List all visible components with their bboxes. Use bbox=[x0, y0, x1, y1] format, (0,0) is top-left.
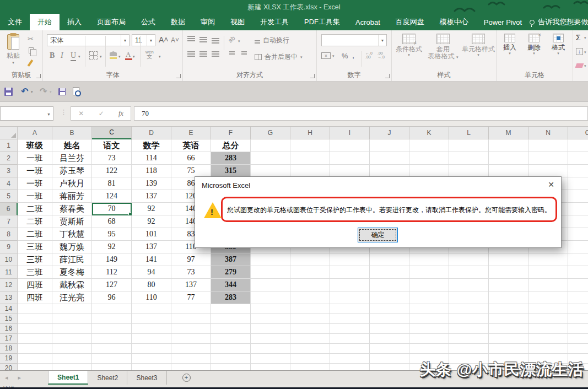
grid-cell-O17[interactable] bbox=[568, 334, 588, 344]
grid-cell-G2[interactable] bbox=[251, 152, 290, 165]
grid-cell-D18[interactable] bbox=[132, 344, 171, 354]
formula-bar-grip[interactable]: ⋮ bbox=[61, 109, 67, 116]
grid-cell-A19[interactable] bbox=[18, 354, 52, 364]
grid-cell-H14[interactable] bbox=[290, 304, 330, 314]
grid-cell-A7[interactable]: 二班 bbox=[18, 215, 52, 228]
grid-cell-L15[interactable] bbox=[449, 314, 489, 324]
grid-cell-E1[interactable]: 英语 bbox=[171, 139, 211, 152]
grid-cell-B11[interactable]: 夏冬梅 bbox=[52, 266, 92, 279]
grid-cell-M1[interactable] bbox=[489, 139, 528, 152]
name-box[interactable]: ▼ bbox=[0, 106, 53, 121]
grid-cell-C4[interactable]: 81 bbox=[92, 177, 132, 190]
sheet-nav-left-icon[interactable]: ◂ bbox=[0, 371, 13, 385]
grid-cell-C2[interactable]: 73 bbox=[92, 152, 132, 165]
grid-cell-C9[interactable]: 92 bbox=[92, 241, 132, 253]
column-header-J[interactable]: J bbox=[370, 127, 409, 139]
grid-cell-G14[interactable] bbox=[251, 304, 290, 314]
ribbon-tab-1[interactable]: 开始 bbox=[30, 14, 60, 30]
grid-cell-I14[interactable] bbox=[330, 304, 370, 314]
grid-cell-I1[interactable] bbox=[330, 139, 370, 152]
grid-cell-B18[interactable] bbox=[52, 344, 92, 354]
grid-cell-K1[interactable] bbox=[409, 139, 449, 152]
grid-cell-I15[interactable] bbox=[330, 314, 370, 324]
increase-decimal-icon[interactable]: ←.0.00 bbox=[365, 51, 373, 59]
grid-cell-C15[interactable] bbox=[92, 314, 132, 324]
grid-cell-A2[interactable]: 一班 bbox=[18, 152, 52, 165]
grid-cell-G10[interactable] bbox=[251, 253, 290, 266]
grid-cell-M11[interactable] bbox=[489, 266, 528, 279]
shrink-font-button[interactable]: A˅ bbox=[171, 36, 179, 44]
grid-cell-O4[interactable] bbox=[568, 177, 588, 190]
ribbon-tab-12[interactable]: 模板中心 bbox=[432, 14, 476, 30]
grid-cell-A11[interactable]: 三班 bbox=[18, 266, 52, 279]
save-icon[interactable] bbox=[4, 88, 13, 96]
grid-cell-D3[interactable]: 118 bbox=[132, 165, 171, 177]
grid-cell-B4[interactable]: 卢秋月 bbox=[52, 177, 92, 190]
borders-icon[interactable] bbox=[89, 51, 98, 60]
confirm-entry-icon[interactable]: ✓ bbox=[99, 110, 104, 117]
grid-cell-M12[interactable] bbox=[489, 279, 528, 291]
fill-color-icon[interactable] bbox=[110, 51, 117, 56]
grid-cell-D19[interactable] bbox=[132, 354, 171, 364]
grid-cell-E17[interactable] bbox=[171, 334, 211, 344]
grid-cell-C10[interactable]: 149 bbox=[92, 253, 132, 266]
add-sheet-icon[interactable]: + bbox=[182, 374, 191, 382]
grid-cell-M3[interactable] bbox=[489, 165, 528, 177]
ribbon-tab-3[interactable]: 页面布局 bbox=[89, 14, 133, 30]
grid-cell-K11[interactable] bbox=[409, 266, 449, 279]
grid-cell-D12[interactable]: 80 bbox=[132, 279, 171, 291]
paste-button[interactable]: 粘贴 ▾ bbox=[2, 34, 24, 65]
grid-cell-M10[interactable] bbox=[489, 253, 528, 266]
grid-cell-C13[interactable]: 96 bbox=[92, 291, 132, 304]
grid-cell-J15[interactable] bbox=[370, 314, 409, 324]
grid-cell-J12[interactable] bbox=[370, 279, 409, 291]
grid-cell-B6[interactable]: 蔡春美 bbox=[52, 203, 92, 215]
row-header-18[interactable]: 18 bbox=[0, 344, 18, 354]
number-format-combo[interactable]: ▼ bbox=[321, 34, 387, 46]
grid-cell-C3[interactable]: 122 bbox=[92, 165, 132, 177]
grid-cell-O15[interactable] bbox=[568, 314, 588, 324]
grid-cell-K13[interactable] bbox=[409, 291, 449, 304]
select-all-corner[interactable] bbox=[0, 127, 18, 139]
grid-cell-G12[interactable] bbox=[251, 279, 290, 291]
grid-cell-O18[interactable] bbox=[568, 344, 588, 354]
grid-cell-K3[interactable] bbox=[409, 165, 449, 177]
align-middle-icon[interactable] bbox=[199, 37, 207, 38]
grid-cell-D4[interactable]: 139 bbox=[132, 177, 171, 190]
row-header-7[interactable]: 7 bbox=[0, 215, 18, 228]
grid-cell-H15[interactable] bbox=[290, 314, 330, 324]
ribbon-tab-11[interactable]: 百度网盘 bbox=[388, 14, 432, 30]
align-top-icon[interactable] bbox=[187, 36, 195, 37]
grid-cell-L17[interactable] bbox=[449, 334, 489, 344]
grid-cell-B9[interactable]: 魏万焕 bbox=[52, 241, 92, 253]
grid-cell-D6[interactable]: 92 bbox=[132, 203, 171, 215]
grow-font-button[interactable]: A˄ bbox=[159, 35, 169, 44]
align-right-icon[interactable] bbox=[212, 51, 219, 52]
grid-cell-A15[interactable] bbox=[18, 314, 52, 324]
grid-cell-L12[interactable] bbox=[449, 279, 489, 291]
grid-cell-O12[interactable] bbox=[568, 279, 588, 291]
row-header-14[interactable]: 14 bbox=[0, 304, 18, 314]
grid-cell-O3[interactable] bbox=[568, 165, 588, 177]
clipboard-dialog-launcher[interactable] bbox=[36, 74, 41, 78]
grid-cell-A4[interactable]: 一班 bbox=[18, 177, 52, 190]
decrease-decimal-icon[interactable]: .00→.0 bbox=[377, 51, 385, 59]
row-header-10[interactable]: 10 bbox=[0, 253, 18, 266]
grid-cell-H19[interactable] bbox=[290, 354, 330, 364]
grid-cell-N18[interactable] bbox=[528, 344, 568, 354]
column-header-K[interactable]: K bbox=[409, 127, 449, 139]
grid-cell-D16[interactable] bbox=[132, 324, 171, 334]
grid-cell-C11[interactable]: 112 bbox=[92, 266, 132, 279]
grid-cell-K16[interactable] bbox=[409, 324, 449, 334]
cell-styles-button[interactable]: 单元格样式▾ bbox=[461, 34, 495, 57]
grid-cell-I11[interactable] bbox=[330, 266, 370, 279]
grid-cell-O1[interactable] bbox=[568, 139, 588, 152]
grid-cell-H12[interactable] bbox=[290, 279, 330, 291]
grid-cell-B12[interactable]: 戴秋霖 bbox=[52, 279, 92, 291]
grid-cell-C18[interactable] bbox=[92, 344, 132, 354]
grid-cell-D5[interactable]: 137 bbox=[132, 190, 171, 203]
grid-cell-K15[interactable] bbox=[409, 314, 449, 324]
grid-cell-F19[interactable] bbox=[211, 354, 251, 364]
grid-cell-L3[interactable] bbox=[449, 165, 489, 177]
grid-cell-H16[interactable] bbox=[290, 324, 330, 334]
